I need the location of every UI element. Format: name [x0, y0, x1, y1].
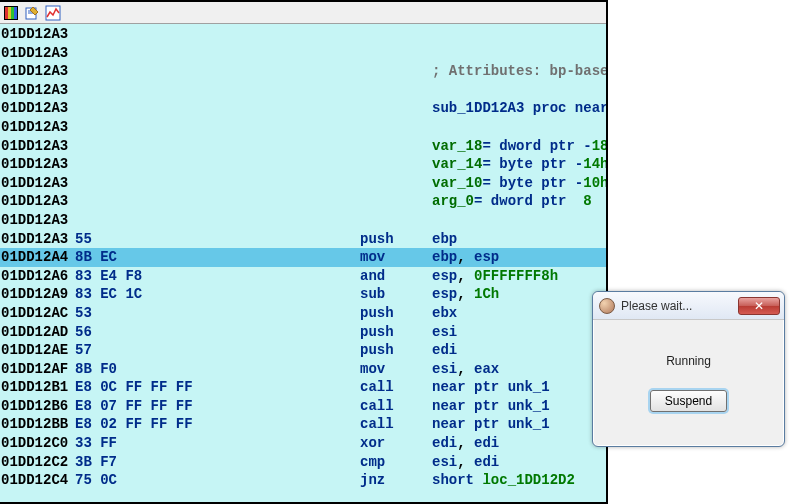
- mnemonic: [360, 62, 432, 81]
- address: 01DD12A9: [1, 285, 75, 304]
- disasm-row[interactable]: 01DD12A3: [0, 44, 606, 63]
- bytes: 83 E4 F8: [75, 267, 360, 286]
- disasm-row[interactable]: 01DD12A3: [0, 211, 606, 230]
- mnemonic: sub: [360, 285, 432, 304]
- mnemonic: [360, 137, 432, 156]
- svg-rect-8: [46, 6, 60, 20]
- mnemonic: and: [360, 267, 432, 286]
- address: 01DD12A3: [1, 155, 75, 174]
- operands: [432, 81, 606, 100]
- toolbar: [0, 2, 606, 24]
- disasm-row[interactable]: 01DD12A683 E4 F8andesp, 0FFFFFFF8h: [0, 267, 606, 286]
- rainbow-icon[interactable]: [2, 4, 20, 22]
- disasm-row[interactable]: 01DD12A355pushebp: [0, 230, 606, 249]
- address: 01DD12C4: [1, 471, 75, 490]
- bytes: 3B F7: [75, 453, 360, 472]
- operands: edi, edi: [432, 434, 606, 453]
- bytes: 8B EC: [75, 248, 360, 267]
- dialog-body: Running Suspend: [593, 320, 784, 446]
- mnemonic: jnz: [360, 471, 432, 490]
- disasm-row[interactable]: 01DD12A3sub_1DD12A3 proc near: [0, 99, 606, 118]
- address: 01DD12B6: [1, 397, 75, 416]
- avatar-icon: [599, 298, 615, 314]
- bytes: [75, 44, 360, 63]
- operands: short loc_1DD12D2: [432, 471, 606, 490]
- operands: ebp, esp: [432, 248, 606, 267]
- mnemonic: push: [360, 304, 432, 323]
- disasm-row[interactable]: 01DD12AD56pushesi: [0, 323, 606, 342]
- mnemonic: cmp: [360, 453, 432, 472]
- bytes: [75, 137, 360, 156]
- dialog-message: Running: [666, 354, 711, 368]
- disasm-row[interactable]: 01DD12A3var_18= dword ptr -18h: [0, 137, 606, 156]
- disasm-row[interactable]: 01DD12A3var_14= byte ptr -14h: [0, 155, 606, 174]
- disasm-row[interactable]: 01DD12AC53pushebx: [0, 304, 606, 323]
- disasm-row[interactable]: 01DD12A983 EC 1Csubesp, 1Ch: [0, 285, 606, 304]
- mnemonic: [360, 211, 432, 230]
- mnemonic: push: [360, 341, 432, 360]
- address: 01DD12A3: [1, 137, 75, 156]
- address: 01DD12A6: [1, 267, 75, 286]
- address: 01DD12A3: [1, 62, 75, 81]
- mnemonic: [360, 81, 432, 100]
- disasm-row[interactable]: 01DD12A3; Attributes: bp-based frame: [0, 62, 606, 81]
- bytes: 75 0C: [75, 471, 360, 490]
- disasm-row[interactable]: 01DD12A3: [0, 25, 606, 44]
- disasm-row[interactable]: 01DD12A3: [0, 81, 606, 100]
- bytes: 83 EC 1C: [75, 285, 360, 304]
- dialog-title: Please wait...: [621, 299, 738, 313]
- address: 01DD12A3: [1, 99, 75, 118]
- operands: ; Attributes: bp-based frame: [432, 62, 606, 81]
- operands: near ptr unk_1: [432, 378, 606, 397]
- dialog-titlebar[interactable]: Please wait... ✕: [593, 292, 784, 320]
- bytes: [75, 81, 360, 100]
- disasm-row[interactable]: 01DD12A48B ECmovebp, esp: [0, 248, 606, 267]
- operands: near ptr unk_1: [432, 397, 606, 416]
- bytes: 57: [75, 341, 360, 360]
- close-button[interactable]: ✕: [738, 297, 780, 315]
- suspend-button[interactable]: Suspend: [650, 390, 727, 412]
- graph-icon[interactable]: [44, 4, 62, 22]
- disasm-row[interactable]: 01DD12A3: [0, 118, 606, 137]
- disasm-row[interactable]: 01DD12A3var_10= byte ptr -10h: [0, 174, 606, 193]
- address: 01DD12B1: [1, 378, 75, 397]
- operands: var_14= byte ptr -14h: [432, 155, 606, 174]
- address: 01DD12AF: [1, 360, 75, 379]
- address: 01DD12AC: [1, 304, 75, 323]
- mnemonic: xor: [360, 434, 432, 453]
- bytes: E8 0C FF FF FF: [75, 378, 360, 397]
- disasm-row[interactable]: 01DD12B6E8 07 FF FF FFcallnear ptr unk_1: [0, 397, 606, 416]
- edit-icon[interactable]: [23, 4, 41, 22]
- address: 01DD12A3: [1, 81, 75, 100]
- mnemonic: [360, 192, 432, 211]
- operands: near ptr unk_1: [432, 415, 606, 434]
- operands: arg_0= dword ptr 8: [432, 192, 606, 211]
- operands: var_18= dword ptr -18h: [432, 137, 606, 156]
- address: 01DD12C0: [1, 434, 75, 453]
- address: 01DD12A4: [1, 248, 75, 267]
- disasm-row[interactable]: 01DD12BBE8 02 FF FF FFcallnear ptr unk_1: [0, 415, 606, 434]
- disassembly-listing[interactable]: 01DD12A301DD12A301DD12A3; Attributes: bp…: [0, 24, 606, 502]
- please-wait-dialog: Please wait... ✕ Running Suspend: [592, 291, 785, 447]
- disassembly-window: 01DD12A301DD12A301DD12A3; Attributes: bp…: [0, 0, 608, 504]
- disasm-row[interactable]: 01DD12C23B F7cmpesi, edi: [0, 453, 606, 472]
- operands: esi: [432, 323, 606, 342]
- bytes: 33 FF: [75, 434, 360, 453]
- mnemonic: call: [360, 378, 432, 397]
- disasm-row[interactable]: 01DD12AF8B F0movesi, eax: [0, 360, 606, 379]
- address: 01DD12AD: [1, 323, 75, 342]
- operands: esi, eax: [432, 360, 606, 379]
- operands: [432, 25, 606, 44]
- mnemonic: [360, 25, 432, 44]
- disasm-row[interactable]: 01DD12B1E8 0C FF FF FFcallnear ptr unk_1: [0, 378, 606, 397]
- operands: esp, 0FFFFFFF8h: [432, 267, 606, 286]
- disasm-row[interactable]: 01DD12C033 FFxoredi, edi: [0, 434, 606, 453]
- address: 01DD12AE: [1, 341, 75, 360]
- mnemonic: push: [360, 230, 432, 249]
- disasm-row[interactable]: 01DD12C475 0Cjnzshort loc_1DD12D2: [0, 471, 606, 490]
- bytes: [75, 25, 360, 44]
- disasm-row[interactable]: 01DD12AE57pushedi: [0, 341, 606, 360]
- operands: [432, 118, 606, 137]
- disasm-row[interactable]: 01DD12A3arg_0= dword ptr 8: [0, 192, 606, 211]
- bytes: [75, 118, 360, 137]
